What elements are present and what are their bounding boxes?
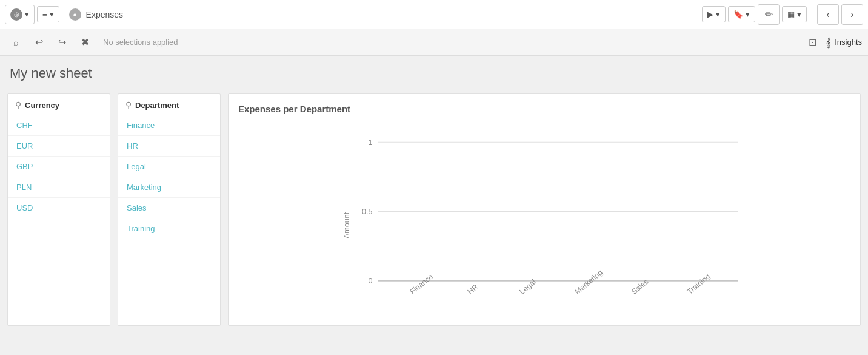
insights-button[interactable]: 𝄞 Insights (826, 37, 862, 48)
expenses-icon: ● (69, 8, 81, 21)
forward-icon: › (850, 9, 853, 20)
back-icon: ‹ (826, 9, 829, 20)
list-dropdown-arrow: ▾ (50, 10, 54, 19)
forward-button[interactable]: › (841, 4, 863, 25)
toolbar-right: ▶ ▾ 🔖 ▾ ✏ ▦ ▾ ‹ › (702, 4, 863, 25)
x-label-hr: HR (466, 283, 480, 296)
list-item[interactable]: USD (8, 198, 110, 218)
currency-listbox-header: ⚲ Currency (8, 94, 110, 115)
search-icon: ⌕ (13, 38, 18, 47)
undo-selection-button[interactable]: ↩ (29, 33, 48, 52)
redo-icon: ↪ (58, 36, 66, 48)
screen-dropdown-arrow: ▾ (716, 10, 720, 19)
x-label-legal: Legal (518, 278, 538, 296)
search-selection-button[interactable]: ⌕ (6, 33, 25, 52)
x-label-training: Training (686, 272, 712, 296)
edit-button[interactable]: ✏ (758, 4, 780, 25)
chart-dropdown-arrow: ▾ (797, 10, 801, 19)
x-label-finance: Finance (409, 272, 435, 296)
insights-bar-icon: 𝄞 (826, 37, 831, 48)
app-menu-button[interactable]: ◎ ▾ (5, 5, 35, 24)
list-item[interactable]: Training (118, 218, 220, 238)
insights-label: Insights (835, 38, 862, 47)
list-item[interactable]: Finance (118, 115, 220, 136)
list-item[interactable]: HR (118, 136, 220, 157)
department-listbox-title: Department (135, 101, 179, 110)
list-item[interactable]: GBP (8, 157, 110, 177)
app-title-text: Expenses (86, 10, 123, 19)
screen-button[interactable]: ▶ ▾ (702, 6, 726, 22)
list-item[interactable]: Marketing (118, 177, 220, 198)
bookmark-button[interactable]: 🔖 ▾ (728, 6, 755, 22)
list-view-button[interactable]: ≡ ▾ (37, 6, 59, 22)
sheet-title-bar: My new sheet (0, 56, 868, 86)
list-item[interactable]: CHF (8, 115, 110, 136)
sheet-title: My new sheet (10, 66, 858, 81)
department-listbox-header: ⚲ Department (118, 94, 220, 115)
main-toolbar: ◎ ▾ ≡ ▾ ● Expenses ▶ ▾ 🔖 ▾ ✏ ▦ ▾ ‹ (0, 0, 868, 29)
currency-search-icon: ⚲ (15, 100, 21, 110)
main-content: ⚲ Currency CHF EUR GBP PLN USD ⚲ Departm… (0, 86, 868, 333)
forward-selection-button[interactable]: ↪ (52, 33, 72, 52)
y-tick-1: 1 (369, 138, 373, 147)
circle-app-icon: ◎ (10, 8, 22, 21)
clear-icon: ✖ (81, 36, 89, 48)
list-icon: ≡ (42, 10, 47, 19)
x-label-marketing: Marketing (573, 268, 604, 296)
department-listbox: ⚲ Department Finance HR Legal Marketing … (118, 93, 221, 326)
app-dropdown-arrow: ▾ (25, 10, 29, 19)
x-label-sales: Sales (630, 277, 650, 296)
department-list: Finance HR Legal Marketing Sales Trainin… (118, 115, 220, 238)
back-button[interactable]: ‹ (817, 4, 839, 25)
chart-icon: ▦ (787, 10, 795, 19)
chart-title: Expenses per Department (238, 104, 850, 114)
screen-icon: ▶ (707, 10, 713, 19)
department-search-icon: ⚲ (125, 100, 132, 110)
app-title-bar: ● Expenses (62, 8, 130, 21)
chart-type-button[interactable]: ▦ ▾ (782, 6, 807, 22)
selection-mode-button[interactable]: ⊡ (803, 33, 822, 52)
selection-mode-icon: ⊡ (809, 36, 816, 48)
selection-bar: ⌕ ↩ ↪ ✖ No selections applied ⊡ 𝄞 Insigh… (0, 29, 868, 56)
toolbar-left: ◎ ▾ ≡ ▾ ● Expenses (5, 5, 702, 24)
chart-container: Amount 1 0.5 0 Finance HR Legal Marketin… (238, 121, 850, 316)
list-item[interactable]: Legal (118, 157, 220, 177)
list-item[interactable]: EUR (8, 136, 110, 157)
list-item[interactable]: Sales (118, 198, 220, 218)
clear-selection-button[interactable]: ✖ (75, 33, 95, 52)
currency-listbox-title: Currency (25, 101, 59, 110)
no-selections-text: No selections applied (98, 38, 799, 47)
chart-svg: Amount 1 0.5 0 Finance HR Legal Marketin… (238, 121, 850, 316)
currency-listbox: ⚲ Currency CHF EUR GBP PLN USD (7, 93, 110, 326)
y-tick-0: 0 (369, 277, 373, 285)
undo-icon: ↩ (35, 36, 43, 48)
list-item[interactable]: PLN (8, 177, 110, 198)
chart-area: Expenses per Department Amount 1 0.5 0 F… (228, 93, 861, 326)
toolbar-divider (812, 7, 812, 22)
y-tick-05: 0.5 (362, 208, 372, 216)
pen-icon: ✏ (765, 8, 773, 20)
y-axis-label: Amount (342, 212, 351, 238)
bookmark-icon: 🔖 (733, 10, 743, 19)
x-axis-label: Department (536, 315, 580, 316)
currency-list: CHF EUR GBP PLN USD (8, 115, 110, 218)
bookmark-dropdown-arrow: ▾ (746, 10, 750, 19)
